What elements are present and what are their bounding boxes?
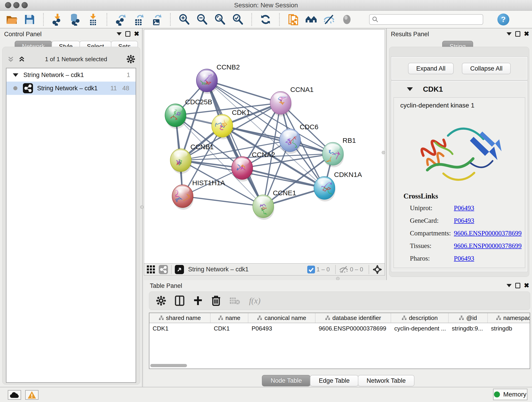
status-bar: Memory	[0, 387, 532, 402]
collapse-all-button[interactable]: Collapse All	[462, 63, 511, 74]
float-panel-icon[interactable]	[507, 32, 512, 36]
zoom-fit-icon[interactable]	[214, 13, 226, 26]
help-icon[interactable]: ?	[497, 13, 509, 26]
import-network-from-database-icon[interactable]	[69, 13, 81, 26]
refresh-icon[interactable]	[259, 13, 272, 26]
collapse-all-icon[interactable]	[7, 55, 15, 63]
open-string-icon[interactable]	[287, 13, 299, 26]
table-header-row: shared namenamecanonical namedatabase id…	[149, 313, 530, 323]
tab-edge-table[interactable]: Edge Table	[310, 375, 358, 386]
string-home-icon[interactable]	[305, 13, 317, 26]
column-header-description[interactable]: description	[391, 313, 449, 323]
import-network-icon[interactable]	[51, 13, 63, 26]
grid-view-icon[interactable]	[146, 265, 156, 274]
column-header-canonical-name[interactable]: canonical name	[248, 313, 316, 323]
export-table-icon[interactable]	[133, 13, 145, 26]
collapse-tree-icon[interactable]	[13, 73, 18, 77]
left-divider-handle[interactable]	[140, 205, 144, 209]
tab-node-table[interactable]: Node Table	[262, 375, 310, 386]
table-cell[interactable]: stringdb:9...	[449, 325, 488, 332]
node-label: CDC6	[300, 123, 318, 131]
crosslink-link[interactable]: P06493	[454, 217, 474, 224]
clear-table-icon[interactable]	[229, 297, 240, 305]
entry-description: cyclin-dependent kinase 1	[394, 98, 525, 109]
column-header-shared-name[interactable]: shared name	[149, 313, 210, 323]
export-network-icon[interactable]	[114, 13, 127, 26]
show-hide-icon[interactable]	[323, 13, 335, 26]
minimize-window-icon[interactable]	[13, 2, 19, 8]
memory-button[interactable]: Memory	[493, 389, 527, 400]
zoom-out-icon[interactable]	[196, 13, 208, 26]
network-status-dot	[13, 86, 17, 90]
import-table-icon[interactable]	[87, 13, 99, 26]
table-row[interactable]: CDK1CDK1P064939606.ENSP00000378699cyclin…	[149, 323, 530, 334]
gear-icon[interactable]	[127, 55, 135, 64]
network-collection-row[interactable]: String Network – cdk1 1	[6, 68, 136, 82]
crosslink-link[interactable]: P06493	[454, 255, 474, 262]
titlebar: Session: New Session	[0, 0, 532, 11]
warnings-button[interactable]	[25, 390, 38, 400]
network-node[interactable]: RB1	[322, 137, 356, 167]
column-header-database-identifier[interactable]: database identifier	[316, 313, 391, 323]
close-panel-icon[interactable]: ✖	[134, 31, 139, 37]
network-node[interactable]: CCNE1	[253, 189, 296, 220]
table-cell[interactable]: cyclin-dependent ...	[391, 325, 449, 332]
export-image-icon[interactable]	[150, 13, 163, 26]
network-node[interactable]: CCNA1	[270, 86, 314, 116]
bundle-edges-icon[interactable]	[341, 13, 353, 26]
network-node[interactable]: CDKN1A	[314, 171, 362, 201]
column-header-name[interactable]: name	[210, 313, 248, 323]
hidden-eye-icon[interactable]	[339, 265, 348, 274]
save-session-icon[interactable]	[23, 13, 36, 26]
crosslink-link[interactable]: 9606.ENSP00000378699	[454, 230, 522, 237]
network-row[interactable]: String Network – cdk1 11 48	[6, 82, 136, 95]
right-divider-handle[interactable]	[382, 151, 385, 154]
tab-network-table[interactable]: Network Table	[358, 375, 414, 386]
maximize-panel-icon[interactable]	[125, 31, 130, 37]
crosslink-link[interactable]: P06493	[454, 204, 474, 212]
horizontal-scrollbar[interactable]	[150, 364, 187, 367]
table-cell[interactable]: CDK1	[210, 325, 248, 332]
crosslink-link[interactable]: 9606.ENSP00000378699	[454, 242, 522, 249]
table-cell[interactable]: 9606.ENSP00000378699	[316, 325, 391, 332]
table-cell[interactable]: stringdb	[488, 325, 530, 332]
open-session-icon[interactable]	[6, 13, 18, 26]
birds-eye-view-icon[interactable]	[372, 264, 382, 274]
close-window-icon[interactable]	[5, 2, 11, 8]
maximize-panel-icon[interactable]	[515, 31, 520, 37]
network-edge[interactable]	[207, 80, 281, 103]
column-header-namespace[interactable]: namespace	[488, 313, 530, 323]
float-panel-icon[interactable]	[117, 32, 122, 36]
column-header--id[interactable]: @id	[449, 313, 488, 323]
detach-view-icon[interactable]	[175, 265, 184, 274]
add-column-icon[interactable]	[193, 296, 203, 306]
network-canvas[interactable]: CCNB2CCNA1CDC25BCDK1CDC6RB1CCNB1CCNA2CDK…	[144, 29, 385, 264]
expand-all-button[interactable]: Expand All	[408, 63, 454, 74]
network-view-toolbar: String Network – cdk1 1 – 0 0 – 0	[144, 264, 385, 275]
zoom-in-icon[interactable]	[178, 13, 190, 26]
expand-all-icon[interactable]	[18, 55, 26, 63]
search-input[interactable]	[369, 14, 483, 25]
network-node[interactable]: HIST1H1A	[172, 179, 225, 210]
table-cell[interactable]: P06493	[248, 325, 316, 332]
entry-header[interactable]: CDK1	[392, 81, 527, 97]
float-panel-icon[interactable]	[507, 284, 512, 287]
selected-checkbox-icon[interactable]	[307, 266, 315, 274]
maximize-panel-icon[interactable]	[515, 283, 520, 288]
maximize-window-icon[interactable]	[22, 2, 28, 8]
close-panel-icon[interactable]: ✖	[524, 31, 529, 37]
function-builder-icon[interactable]: f(x)	[249, 296, 260, 306]
delete-column-icon[interactable]	[211, 295, 221, 306]
show-columns-icon[interactable]	[175, 295, 184, 306]
collapse-entry-icon[interactable]	[407, 87, 413, 91]
cloud-button[interactable]	[8, 390, 21, 400]
network-edge[interactable]	[183, 196, 263, 206]
table-gear-icon[interactable]	[156, 296, 166, 306]
network-edge[interactable]	[207, 80, 263, 206]
network-node[interactable]: CCNB2	[196, 63, 240, 94]
bottom-divider-handle[interactable]	[336, 277, 340, 280]
table-cell[interactable]: CDK1	[149, 325, 210, 332]
network-view-icon[interactable]	[159, 265, 168, 274]
close-panel-icon[interactable]: ✖	[524, 283, 529, 288]
zoom-selected-icon[interactable]	[232, 13, 244, 26]
